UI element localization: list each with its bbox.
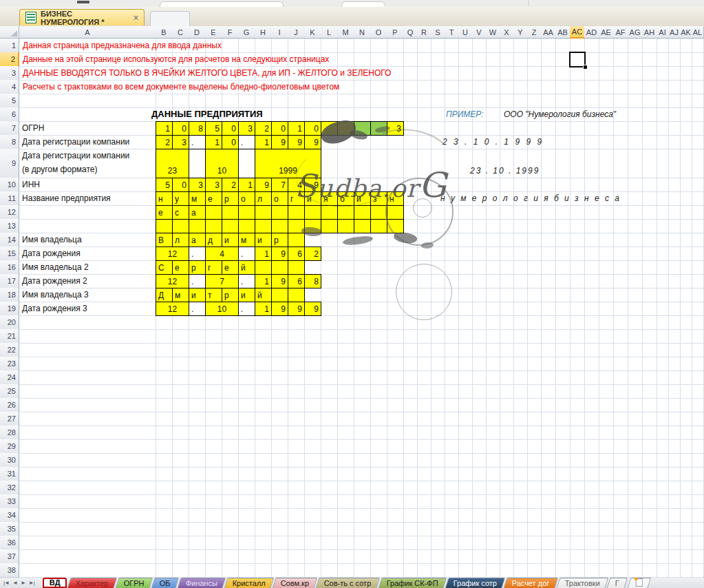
cell-J-r16[interactable] [288,260,305,275]
row-header-11[interactable]: 11 [0,191,19,206]
cell-E-r13[interactable] [205,219,222,233]
cell-M-r12[interactable] [337,205,354,220]
cell-B-r13[interactable] [156,219,173,233]
sheet-tab-12[interactable]: Г [607,578,628,588]
row-header-31[interactable]: 31 [0,467,19,481]
cell-E-r8[interactable]: 1 [205,135,222,149]
cell-G-r11[interactable]: о [238,191,255,206]
row-header-24[interactable]: 24 [0,370,19,385]
cell-K-r19[interactable]: 9 [304,302,321,316]
cell-F-r12[interactable] [222,205,239,220]
row-header-37[interactable]: 37 [0,549,19,564]
cell-D-r19[interactable]: . [189,302,206,316]
cell-M-r11[interactable]: б [337,191,354,206]
cell-O-r13[interactable] [370,219,387,233]
cell-L-r12[interactable] [321,205,338,220]
cell-L-r7[interactable] [321,121,338,136]
sheet-tab-10[interactable]: Расчет дог [504,578,558,588]
cell-N-r7[interactable] [354,121,371,136]
cell-E:F-r15[interactable]: 4 [205,246,239,261]
row-header-27[interactable]: 27 [0,412,19,426]
sheet-tab-2[interactable]: ОГРН [116,578,153,588]
cell-M-r13[interactable] [337,219,354,233]
row-header-3[interactable]: 3 [0,66,19,81]
col-header-T[interactable]: T [445,26,459,39]
row-header-21[interactable]: 21 [0,329,19,344]
cell-B:C-r19[interactable]: 12 [156,302,189,316]
row-header-30[interactable]: 30 [0,453,19,468]
row-header-36[interactable]: 36 [0,536,19,550]
row-header-35[interactable]: 35 [0,522,19,536]
col-header-AI[interactable]: AI [657,26,669,39]
cell-C-r8[interactable]: 3 [172,135,189,149]
col-header-AL[interactable]: AL [692,26,704,39]
sheet-tab-11[interactable]: Трактовки [556,578,608,588]
cell-C-r12[interactable]: с [172,205,189,220]
cell-B-r16[interactable]: С [156,260,173,275]
cell-C-r7[interactable]: 0 [172,121,189,136]
row-header-22[interactable]: 22 [0,343,19,357]
cell-B-r18[interactable]: Д [156,288,173,302]
row-header-14[interactable]: 14 [0,233,19,247]
cell-B:C-r15[interactable]: 12 [156,246,189,261]
cell-D-r8[interactable]: . [189,135,206,149]
cell-H-r19[interactable]: 1 [255,302,272,316]
col-header-D[interactable]: D [189,26,206,39]
cell-B-r14[interactable]: В [156,233,173,247]
cell-I-r12[interactable] [271,205,288,220]
row-header-10[interactable]: 10 [0,178,19,192]
row-header-4[interactable]: 4 [0,80,19,94]
sheet-tab-5[interactable]: Кристалл [224,578,275,588]
cell-G-r18[interactable]: и [238,288,255,302]
col-header-S[interactable]: S [431,26,445,39]
cell-F-r18[interactable]: р [222,288,239,302]
row-header-26[interactable]: 26 [0,398,19,412]
sheet-tab-1[interactable]: Характер [67,578,118,588]
cell-N-r13[interactable] [354,219,371,233]
next-sheet-icon[interactable]: ► [21,580,25,586]
cell-D-r14[interactable]: а [189,233,206,247]
row-header-38[interactable]: 38 [0,563,19,578]
col-header-U[interactable]: U [458,26,473,39]
row-header-18[interactable]: 18 [0,288,19,302]
cell-N-r11[interactable]: и [354,191,371,206]
insert-worksheet-tab[interactable] [627,578,651,588]
cell-G-r9[interactable] [238,149,255,178]
cell-G-r12[interactable] [238,205,255,220]
cell-L-r11[interactable]: я [321,191,338,206]
cell-N-r12[interactable] [354,205,371,220]
col-header-Q[interactable]: Q [403,26,418,39]
cell-D-r17[interactable]: . [189,274,206,288]
col-header-AH[interactable]: AH [642,26,657,39]
cell-B-r7[interactable]: 1 [156,121,173,136]
col-header-AJ[interactable]: AJ [668,26,681,39]
cell-P-r11[interactable]: н [387,191,404,206]
cell-C-r11[interactable]: у [172,191,189,206]
cell-J-r12[interactable] [288,205,305,220]
cell-D-r16[interactable]: р [189,260,206,275]
col-header-K[interactable]: K [304,26,321,39]
close-icon[interactable]: × [134,13,138,23]
col-header-AA[interactable]: AA [541,26,556,39]
cell-E-r10[interactable]: 3 [205,178,222,192]
cell-C-r13[interactable] [172,219,189,233]
col-header-X[interactable]: X [500,26,514,39]
sheet-tab-3[interactable]: ОБ [151,578,180,588]
row-header-1[interactable]: 1 [0,39,19,53]
cell-G-r17[interactable]: . [238,274,255,288]
cell-J-r18[interactable] [288,288,305,302]
cell-I-r14[interactable]: р [271,233,288,247]
row-header-8[interactable]: 8 [0,135,19,149]
last-sheet-icon[interactable]: ►| [29,580,34,586]
cell-E:F-r17[interactable]: 7 [205,274,239,288]
cell-P-r7[interactable]: 3 [387,121,404,136]
col-header-J[interactable]: J [288,26,305,39]
col-header-AD[interactable]: AD [584,26,599,39]
cell-E:F-r19[interactable]: 10 [205,302,239,316]
prev-sheet-icon[interactable]: ◄ [12,580,17,586]
row-header-32[interactable]: 32 [0,481,19,495]
col-header-G[interactable]: G [238,26,255,39]
col-header-N[interactable]: N [354,26,371,39]
cell-J-r13[interactable] [288,219,305,233]
cell-I-r19[interactable]: 9 [271,302,288,316]
